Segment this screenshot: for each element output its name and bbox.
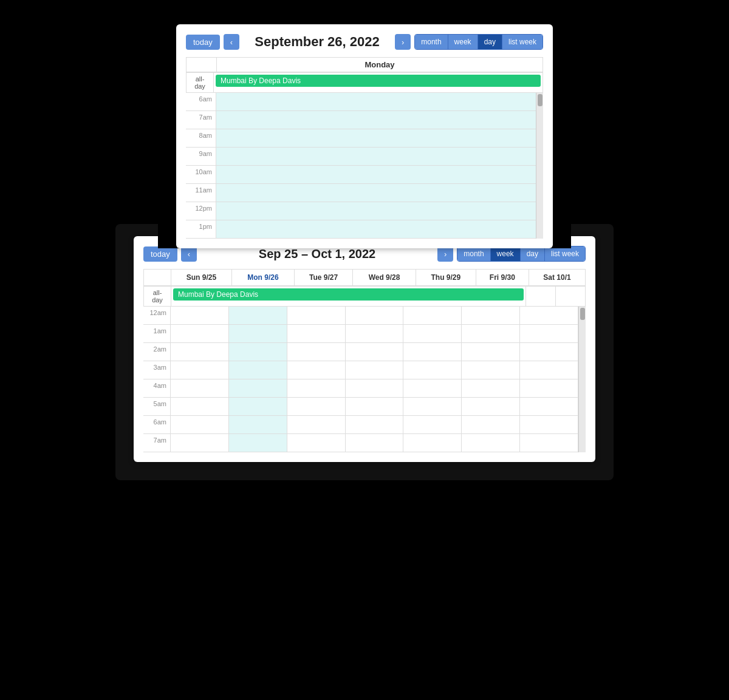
top-day-header: Monday	[217, 58, 543, 72]
top-time-cell	[216, 129, 536, 148]
bottom-time-cell	[520, 434, 578, 452]
top-time-label: 1pm	[186, 220, 216, 239]
bottom-today-button[interactable]: today	[143, 246, 177, 262]
bottom-time-cell	[462, 307, 520, 325]
bottom-time-cell	[287, 325, 346, 343]
bottom-view-week[interactable]: week	[491, 246, 521, 261]
bottom-time-cell	[171, 398, 229, 416]
bottom-allday-table: all-day Mumbai By Deepa Davis	[143, 286, 586, 307]
top-event[interactable]: Mumbai By Deepa Davis	[216, 75, 541, 87]
top-scrollbar[interactable]	[536, 93, 543, 239]
top-today-button[interactable]: today	[186, 35, 220, 50]
bottom-time-label: 1am	[143, 325, 171, 343]
bottom-time-cell	[171, 379, 229, 398]
top-calendar-title: September 26, 2022	[243, 34, 391, 50]
bottom-time-cell	[229, 343, 287, 361]
top-time-cell	[216, 111, 536, 129]
bottom-event[interactable]: Mumbai By Deepa Davis	[173, 288, 524, 301]
bottom-time-cell	[462, 398, 520, 416]
bottom-day-header: Sat 10/1	[529, 270, 585, 286]
bottom-time-cell	[520, 379, 578, 398]
bottom-allday-empty	[556, 287, 586, 307]
bottom-time-cell	[520, 361, 578, 379]
bottom-view-month[interactable]: month	[457, 246, 490, 261]
bottom-time-cell	[287, 416, 346, 434]
bottom-time-slots: 12am1am2am3am4am5am6am7am	[143, 307, 578, 452]
bottom-time-cell	[346, 416, 404, 434]
top-view-listweek[interactable]: list week	[502, 35, 542, 49]
bottom-time-label: 6am	[143, 416, 171, 434]
top-time-label: 12pm	[186, 202, 216, 220]
bottom-scrollbar[interactable]	[578, 307, 586, 452]
bottom-time-cell	[462, 343, 520, 361]
top-allday-label: all-day	[187, 73, 214, 93]
top-time-cell	[216, 202, 536, 220]
bottom-time-cell	[346, 325, 404, 343]
top-time-label: 8am	[186, 129, 216, 148]
bottom-time-cell	[462, 416, 520, 434]
top-view-week[interactable]: week	[448, 35, 478, 49]
bottom-time-cell	[171, 343, 229, 361]
bottom-time-cell	[346, 361, 404, 379]
top-view-buttons: month week day list week	[414, 34, 543, 50]
bottom-time-cell	[171, 434, 229, 452]
bottom-time-cell	[403, 325, 462, 343]
top-view-month[interactable]: month	[415, 35, 448, 49]
bottom-time-cell	[229, 398, 287, 416]
top-view-day[interactable]: day	[478, 35, 502, 49]
bottom-view-day[interactable]: day	[521, 246, 545, 261]
top-next-button[interactable]: ›	[395, 34, 411, 50]
bottom-calendar-title: Sep 25 – Oct 1, 2022	[200, 247, 434, 261]
top-time-label: 9am	[186, 148, 216, 166]
bottom-time-cell	[287, 379, 346, 398]
top-calendar-wrapper: today ‹ September 26, 2022 › month week …	[158, 12, 571, 248]
bottom-time-cell	[287, 361, 346, 379]
bottom-time-cell	[171, 325, 229, 343]
bottom-day-header: Sun 9/25	[171, 270, 232, 286]
top-time-label: 7am	[186, 111, 216, 129]
bottom-time-cell	[287, 343, 346, 361]
bottom-time-cell	[520, 325, 578, 343]
bottom-time-cell	[346, 398, 404, 416]
bottom-day-header: Tue 9/27	[295, 270, 353, 286]
bottom-calendar-table: Sun 9/25Mon 9/26Tue 9/27Wed 9/28Thu 9/29…	[143, 269, 586, 286]
bottom-time-body: 12am1am2am3am4am5am6am7am	[143, 307, 586, 452]
bottom-time-cell	[229, 307, 287, 325]
top-toolbar: today ‹ September 26, 2022 › month week …	[186, 34, 543, 50]
bottom-time-cell	[520, 343, 578, 361]
top-time-cell	[216, 220, 536, 239]
top-time-row: 10am	[186, 166, 536, 184]
top-time-row: 11am	[186, 184, 536, 202]
bottom-view-listweek[interactable]: list week	[545, 246, 585, 261]
bottom-time-row: 2am	[143, 343, 578, 361]
bottom-scrollbar-thumb	[580, 308, 585, 320]
bottom-time-cell	[403, 307, 462, 325]
top-prev-button[interactable]: ‹	[224, 34, 239, 50]
bottom-calendar: today ‹ Sep 25 – Oct 1, 2022 › month wee…	[134, 236, 595, 462]
top-calendar-table: Monday	[186, 57, 543, 72]
bottom-time-row: 6am	[143, 416, 578, 434]
top-scrollbar-thumb	[538, 94, 542, 106]
top-time-slots: 6am 7am 8am 9am 10am 11am 12pm 1pm	[186, 93, 536, 239]
bottom-time-cell	[229, 416, 287, 434]
top-time-cell	[216, 148, 536, 166]
bottom-time-cell	[403, 379, 462, 398]
bottom-day-header: Thu 9/29	[416, 270, 476, 286]
bottom-time-cell	[229, 434, 287, 452]
top-time-cell	[216, 184, 536, 202]
bottom-time-cell	[171, 416, 229, 434]
bottom-time-label: 12am	[143, 307, 171, 325]
bottom-time-cell	[171, 307, 229, 325]
bottom-calendar-wrapper: today ‹ Sep 25 – Oct 1, 2022 › month wee…	[115, 224, 614, 480]
bottom-time-cell	[229, 325, 287, 343]
bottom-time-cell	[403, 343, 462, 361]
top-time-row: 9am	[186, 148, 536, 166]
bottom-time-row: 7am	[143, 434, 578, 452]
bottom-time-cell	[171, 361, 229, 379]
bottom-time-cell	[346, 307, 404, 325]
bottom-time-cell	[520, 416, 578, 434]
bottom-day-header: Wed 9/28	[353, 270, 416, 286]
bottom-time-label: 4am	[143, 379, 171, 398]
bottom-time-cell	[403, 434, 462, 452]
bottom-time-cell	[403, 398, 462, 416]
